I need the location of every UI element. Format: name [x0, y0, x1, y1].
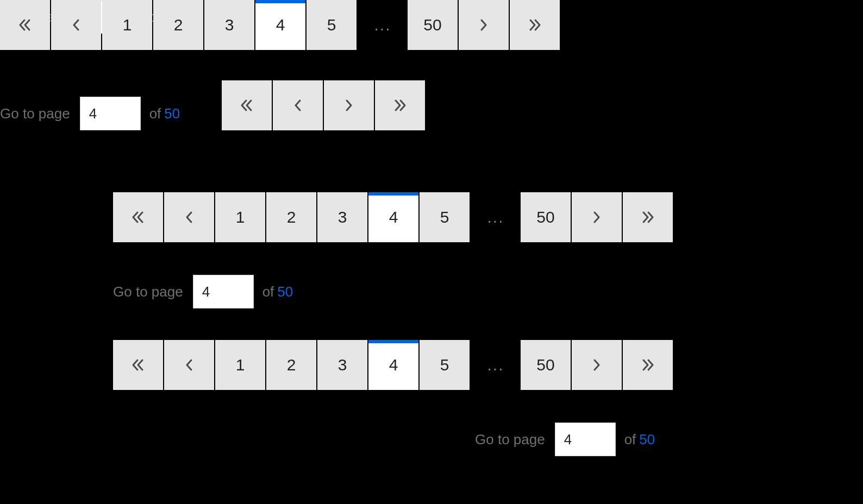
page-5-button[interactable]: 5 [420, 192, 470, 242]
page-5-button[interactable]: 5 [420, 340, 470, 390]
first-page-button[interactable] [113, 192, 163, 242]
chevron-right-icon [591, 357, 602, 373]
goto-of-text: of [624, 431, 636, 448]
goto-of-text: of [149, 105, 161, 122]
double-chevron-right-icon [527, 17, 542, 33]
pagination-ellipsis: ... [358, 16, 408, 34]
double-chevron-left-icon [239, 98, 254, 113]
goto-page-input[interactable] [193, 275, 254, 308]
first-page-button[interactable] [0, 0, 50, 50]
last-page-button[interactable] [375, 80, 425, 130]
goto-page-label: Go to page [113, 284, 183, 300]
pagination-ellipsis: ... [471, 208, 521, 226]
page-3-button[interactable]: 3 [204, 0, 254, 50]
last-page-button[interactable] [623, 340, 673, 390]
page-2-button[interactable]: 2 [266, 340, 316, 390]
page-1-button[interactable]: 1 [102, 0, 152, 50]
chevron-right-icon [591, 210, 602, 225]
prev-page-button[interactable] [273, 80, 323, 130]
first-page-button[interactable] [222, 80, 272, 130]
last-page-button[interactable] [623, 192, 673, 242]
prev-page-button[interactable] [164, 340, 214, 390]
chevron-left-icon [184, 357, 195, 373]
double-chevron-left-icon [130, 210, 146, 225]
page-4-button[interactable]: 4 [368, 192, 418, 242]
pagination: 1 2 3 4 5 ... 50 [113, 192, 674, 242]
page-3-button[interactable]: 3 [317, 192, 367, 242]
next-page-button[interactable] [459, 0, 509, 50]
goto-page-input[interactable] [555, 423, 616, 456]
page-2-button[interactable]: 2 [153, 0, 203, 50]
page-2-button[interactable]: 2 [266, 192, 316, 242]
goto-of-text: of [262, 284, 274, 300]
page-4-button[interactable]: 4 [368, 340, 418, 390]
prev-page-button[interactable] [164, 192, 214, 242]
chevron-left-icon [292, 98, 303, 113]
double-chevron-left-icon [130, 357, 146, 373]
page-last-button[interactable]: 50 [408, 0, 458, 50]
pagination-compact [222, 80, 426, 130]
goto-total-link[interactable]: 50 [277, 284, 293, 300]
goto-page-label: Go to page [475, 431, 545, 448]
first-page-button[interactable] [113, 340, 163, 390]
double-chevron-right-icon [392, 98, 408, 113]
goto-page-input[interactable] [80, 97, 141, 130]
page-last-button[interactable]: 50 [521, 340, 571, 390]
page-1-button[interactable]: 1 [215, 340, 265, 390]
page-1-button[interactable]: 1 [215, 192, 265, 242]
pagination-ellipsis: ... [471, 356, 521, 374]
page-5-button[interactable]: 5 [307, 0, 357, 50]
chevron-right-icon [478, 17, 489, 33]
pagination: 1 2 3 4 5 ... 50 [0, 0, 561, 50]
next-page-button[interactable] [572, 340, 622, 390]
last-page-button[interactable] [510, 0, 560, 50]
next-page-button[interactable] [572, 192, 622, 242]
page-4-button[interactable]: 4 [255, 0, 305, 50]
prev-page-button[interactable] [51, 0, 101, 50]
double-chevron-right-icon [640, 210, 655, 225]
goto-total-link[interactable]: 50 [164, 105, 180, 122]
chevron-left-icon [71, 17, 82, 33]
pagination: 1 2 3 4 5 ... 50 [113, 340, 674, 390]
goto-page-label: Go to page [0, 105, 70, 122]
page-last-button[interactable]: 50 [521, 192, 571, 242]
double-chevron-right-icon [640, 357, 655, 373]
double-chevron-left-icon [17, 17, 33, 33]
next-page-button[interactable] [324, 80, 374, 130]
goto-total-link[interactable]: 50 [639, 431, 655, 448]
chevron-left-icon [184, 210, 195, 225]
chevron-right-icon [343, 98, 354, 113]
page-3-button[interactable]: 3 [317, 340, 367, 390]
